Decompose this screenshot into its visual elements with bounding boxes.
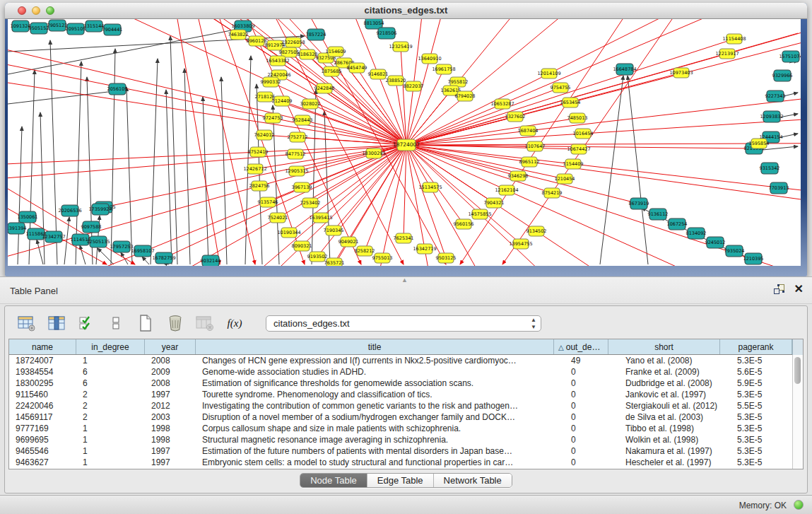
tab-edge-table[interactable]: Edge Table bbox=[367, 474, 434, 487]
column-header-title[interactable]: title bbox=[196, 339, 554, 354]
network-node[interactable]: 7624012 bbox=[254, 130, 275, 140]
network-node[interactable]: 8477512 bbox=[286, 149, 306, 159]
network-node[interactable]: 13640910 bbox=[418, 54, 441, 64]
function-builder-button[interactable]: f(x) bbox=[223, 313, 246, 334]
network-node[interactable]: 20206536 bbox=[58, 205, 81, 216]
network-node[interactable]: 7190345 bbox=[324, 226, 344, 235]
network-node[interactable]: 8454749 bbox=[347, 63, 367, 73]
float-panel-icon[interactable] bbox=[774, 284, 784, 294]
network-node[interactable]: 9560156 bbox=[454, 219, 474, 229]
network-node[interactable]: 1687404 bbox=[518, 126, 539, 136]
network-node[interactable]: 8822037 bbox=[404, 81, 424, 91]
network-node[interactable]: 1016454 bbox=[573, 129, 594, 139]
network-node[interactable]: 8090321 bbox=[292, 241, 312, 251]
column-header-short[interactable]: short bbox=[608, 339, 720, 354]
network-node[interactable]: 9135746 bbox=[258, 197, 278, 207]
network-node[interactable]: 1327602 bbox=[505, 112, 526, 122]
table-row[interactable]: 911546021997Tourette syndrome. Phenomeno… bbox=[9, 389, 803, 400]
network-node[interactable]: 7935024 bbox=[724, 245, 745, 257]
tab-node-table[interactable]: Node Table bbox=[300, 474, 367, 487]
network-node[interactable]: 16782759 bbox=[152, 252, 175, 264]
column-header-out_de[interactable]: △out_de… bbox=[554, 339, 608, 354]
table-row[interactable]: 2242004622012Investigating the contribut… bbox=[9, 400, 803, 411]
network-node[interactable]: 1391394 bbox=[8, 223, 26, 234]
network-node[interactable]: 7703913 bbox=[769, 182, 789, 194]
tab-network-table[interactable]: Network Table bbox=[434, 474, 512, 487]
network-node[interactable]: 9755013 bbox=[372, 253, 393, 263]
network-node[interactable]: 12426712 bbox=[243, 164, 266, 174]
delete-table-button[interactable] bbox=[164, 313, 187, 334]
table-select-dropdown[interactable]: citations_edges.txt ▲▼ bbox=[266, 315, 541, 332]
network-node[interactable]: 9754755 bbox=[551, 83, 571, 93]
network-node[interactable]: 12325419 bbox=[389, 42, 412, 52]
network-node[interactable]: 9990332 bbox=[261, 77, 281, 87]
network-node[interactable]: 17957253 bbox=[110, 241, 133, 252]
network-node[interactable]: 9329966 bbox=[772, 70, 793, 81]
network-node[interactable]: 8258212 bbox=[355, 246, 375, 256]
network-node[interactable]: 6794028 bbox=[455, 91, 476, 101]
network-node[interactable]: 9136112 bbox=[648, 209, 669, 220]
close-panel-icon[interactable]: ✕ bbox=[794, 284, 804, 294]
network-node[interactable]: 16961758 bbox=[432, 64, 455, 74]
network-node[interactable]: 2095105 bbox=[66, 23, 86, 35]
network-node[interactable]: 12014109 bbox=[537, 69, 560, 78]
network-node[interactable]: 9245012 bbox=[705, 237, 726, 248]
network-node[interactable]: 12342757 bbox=[42, 231, 65, 243]
network-node[interactable]: 1154409 bbox=[563, 159, 584, 169]
network-node[interactable]: 14575855 bbox=[468, 209, 491, 219]
network-node[interactable]: 7904441 bbox=[102, 24, 123, 35]
network-node[interactable]: 9218506 bbox=[377, 28, 397, 39]
network-node[interactable]: 7485013 bbox=[567, 113, 588, 123]
network-node[interactable]: 7904321 bbox=[484, 198, 505, 208]
table-row[interactable]: 1872400712008Changes of HCN gene express… bbox=[9, 355, 803, 366]
network-node[interactable]: 9049021 bbox=[339, 237, 359, 247]
network-node[interactable]: 3028021 bbox=[300, 99, 321, 109]
network-node[interactable]: 1595854 bbox=[749, 139, 770, 148]
window-titlebar[interactable]: citations_edges.txt bbox=[5, 3, 807, 19]
network-node[interactable]: 13954755 bbox=[509, 239, 532, 249]
column-visibility-button[interactable] bbox=[45, 313, 68, 334]
network-node[interactable]: 8186328 bbox=[298, 49, 318, 59]
panel-resize-grip[interactable]: ▲ bbox=[401, 276, 408, 284]
network-node[interactable]: 7625341 bbox=[394, 233, 414, 243]
column-header-year[interactable]: year bbox=[145, 339, 196, 354]
network-node[interactable]: 8754219 bbox=[542, 188, 563, 198]
network-node[interactable]: 8134092 bbox=[686, 228, 707, 239]
network-node[interactable]: 9032144 bbox=[201, 255, 221, 266]
network-node[interactable]: 1875685 bbox=[322, 66, 342, 76]
network-node[interactable]: 16342719 bbox=[413, 244, 436, 254]
network-node[interactable]: 9346298 bbox=[508, 171, 529, 181]
network-node[interactable]: 8960128 bbox=[247, 36, 267, 46]
network-node[interactable]: 1315144 bbox=[84, 21, 105, 32]
network-node[interactable]: 9503125 bbox=[436, 253, 457, 263]
table-row[interactable]: 946554611997Estimation of the future num… bbox=[9, 445, 803, 457]
network-node[interactable]: 1091324 bbox=[11, 21, 31, 32]
network-node[interactable]: 2752712 bbox=[288, 132, 308, 142]
network-node[interactable]: 12505135 bbox=[86, 236, 110, 247]
network-node[interactable]: 7463822 bbox=[228, 30, 249, 40]
network-node[interactable]: 9242848 bbox=[314, 83, 335, 93]
network-node[interactable]: 16648784 bbox=[613, 64, 636, 75]
network-node[interactable]: 8965112 bbox=[519, 157, 540, 167]
network-node[interactable]: 8752419 bbox=[248, 147, 269, 157]
network-node[interactable]: 2124409 bbox=[272, 96, 293, 106]
network-node[interactable]: 15751074 bbox=[779, 51, 801, 62]
network-node[interactable]: 9505152 bbox=[29, 23, 49, 34]
network-node[interactable]: 12213917 bbox=[715, 49, 739, 59]
table-row[interactable]: 977716911998Corpus callosum shape and si… bbox=[9, 423, 803, 434]
table-row[interactable]: 946362711997Embryonic stem cells: a mode… bbox=[9, 457, 803, 468]
network-node[interactable]: 7253402 bbox=[300, 198, 321, 208]
network-node[interactable]: 1154609 bbox=[326, 47, 346, 57]
column-header-name[interactable]: name bbox=[9, 339, 76, 354]
network-node[interactable]: 9134502 bbox=[526, 226, 547, 236]
network-node[interactable]: 10674427 bbox=[567, 144, 590, 154]
network-node[interactable]: 10190344 bbox=[277, 228, 300, 238]
table-settings-button[interactable] bbox=[16, 313, 38, 334]
network-node[interactable]: 1107647 bbox=[525, 141, 546, 151]
network-node[interactable]: 2056105 bbox=[107, 83, 128, 95]
column-header-pagerank[interactable]: pagerank bbox=[720, 339, 792, 354]
network-node[interactable]: 17359924 bbox=[88, 204, 112, 215]
table-row[interactable]: 1456911722003Disruption of a novel membe… bbox=[9, 411, 803, 423]
network-node[interactable]: 8673919 bbox=[629, 198, 649, 209]
vertical-scrollbar[interactable] bbox=[792, 355, 803, 469]
